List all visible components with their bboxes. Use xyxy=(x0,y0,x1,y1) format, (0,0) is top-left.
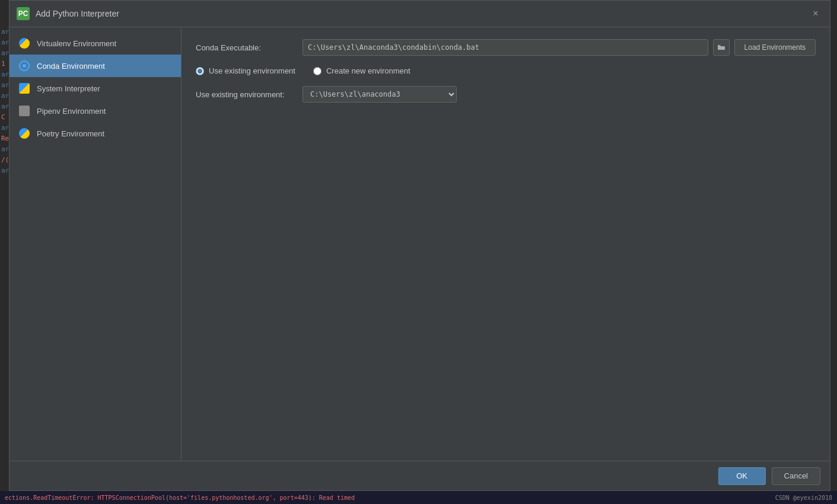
sidebar-item-conda[interactable]: Conda Environment xyxy=(9,55,181,77)
conda-label: Conda Environment xyxy=(37,62,105,71)
use-existing-radio[interactable] xyxy=(196,67,204,75)
title-bar: PC Add Python Interpreter × xyxy=(9,1,830,27)
bottom-status-bar: ections.ReadTimeoutError: HTTPSConnectio… xyxy=(0,491,837,504)
pipenv-icon xyxy=(18,104,31,117)
conda-executable-row: Conda Executable: Load Environments xyxy=(196,39,816,56)
system-icon xyxy=(18,82,31,95)
virtualenv-icon xyxy=(18,37,31,50)
conda-icon xyxy=(18,59,31,72)
conda-executable-input[interactable] xyxy=(303,39,708,56)
system-label: System Interpreter xyxy=(37,84,100,93)
pipenv-label: Pipenv Environment xyxy=(37,107,106,116)
sidebar-item-virtualenv[interactable]: Virtualenv Environment xyxy=(9,32,181,55)
sidebar-item-poetry[interactable]: Poetry Environment xyxy=(9,122,181,145)
ok-button[interactable]: OK xyxy=(718,467,766,485)
app-icon-text: PC xyxy=(18,9,28,18)
cancel-button[interactable]: Cancel xyxy=(772,467,820,485)
conda-executable-input-wrapper: Load Environments xyxy=(303,39,816,56)
poetry-label: Poetry Environment xyxy=(37,129,104,138)
credit-text: CSDN @eyexin2018 xyxy=(775,495,832,501)
virtualenv-label: Virtualenv Environment xyxy=(37,39,116,48)
existing-env-select-wrapper: C:\Users\zl\anaconda3 xyxy=(303,86,457,103)
existing-env-row: Use existing environment: C:\Users\zl\an… xyxy=(196,86,816,103)
main-content: Conda Executable: Load Environments xyxy=(182,27,830,461)
load-environments-button[interactable]: Load Environments xyxy=(734,39,816,56)
sidebar: Virtualenv Environment Conda Environment… xyxy=(9,27,182,461)
status-text: ections.ReadTimeoutError: HTTPSConnectio… xyxy=(5,495,355,501)
use-existing-radio-label[interactable]: Use existing environment xyxy=(196,66,295,75)
close-button[interactable]: × xyxy=(809,7,823,21)
create-new-radio-label[interactable]: Create new environment xyxy=(313,66,410,75)
dialog-body: Virtualenv Environment Conda Environment… xyxy=(9,27,830,461)
create-new-radio[interactable] xyxy=(313,67,322,75)
conda-executable-label: Conda Executable: xyxy=(196,43,303,52)
folder-icon xyxy=(717,44,725,51)
poetry-icon xyxy=(18,127,31,140)
sidebar-item-system[interactable]: System Interpreter xyxy=(9,77,181,100)
app-icon: PC xyxy=(17,7,30,20)
use-existing-text: Use existing environment xyxy=(209,66,295,75)
existing-env-label: Use existing environment: xyxy=(196,90,303,99)
add-interpreter-dialog: PC Add Python Interpreter × Virtualenv E… xyxy=(9,0,830,491)
dialog-title: Add Python Interpreter xyxy=(36,9,809,18)
sidebar-item-pipenv[interactable]: Pipenv Environment xyxy=(9,100,181,122)
dialog-footer: OK Cancel xyxy=(9,461,830,490)
create-new-text: Create new environment xyxy=(326,66,410,75)
existing-env-select[interactable]: C:\Users\zl\anaconda3 xyxy=(303,86,457,103)
environment-type-radio-group: Use existing environment Create new envi… xyxy=(196,66,816,75)
browse-button[interactable] xyxy=(713,39,730,56)
